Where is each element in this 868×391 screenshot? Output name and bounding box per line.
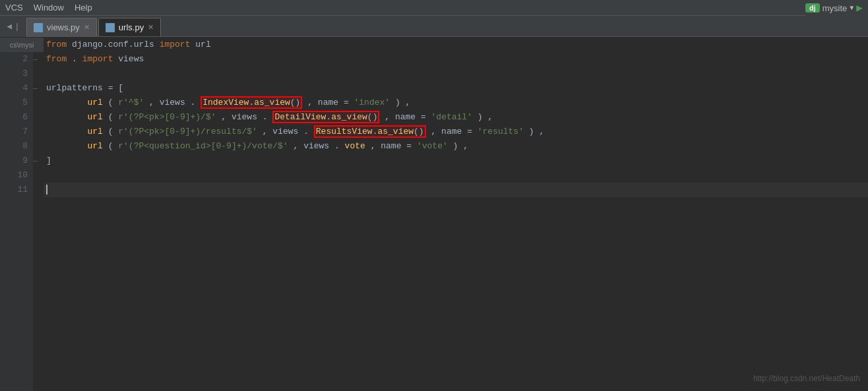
comma-7a: , bbox=[263, 127, 268, 136]
views-dot-8: views bbox=[303, 141, 329, 151]
dot-5: . bbox=[191, 98, 196, 107]
line-5: 5 bbox=[0, 96, 28, 110]
code-line-4: — urlpatterns = [ bbox=[44, 81, 868, 96]
code-line-7: url ( r'(?P<pk>[0-9]+)/results/$' , view… bbox=[44, 125, 868, 139]
run-button[interactable]: ▶ bbox=[856, 1, 863, 15]
line-7: 7 bbox=[0, 125, 28, 139]
tab-urls-label: urls.py bbox=[119, 22, 144, 32]
breadcrumb-path: cs\mysi bbox=[0, 38, 44, 52]
dot-8: . bbox=[334, 141, 340, 151]
code-line-11 bbox=[44, 183, 868, 197]
code-line-10 bbox=[44, 168, 868, 183]
kw-import-1: import bbox=[160, 40, 191, 49]
line-3: 3 bbox=[0, 67, 28, 81]
import-url: url bbox=[195, 40, 210, 49]
urls-file-icon bbox=[106, 23, 115, 32]
views-dot-5: views bbox=[160, 98, 185, 107]
dot-6: . bbox=[263, 112, 268, 122]
code-line-5: url ( r'^$' , views . IndexView.as_view(… bbox=[44, 96, 868, 110]
detailview-class: DetailView bbox=[274, 112, 326, 122]
code-content[interactable]: — from django.conf.urls import url — fro… bbox=[44, 38, 868, 391]
project-name: mysite bbox=[822, 3, 848, 13]
menu-vcs[interactable]: VCS bbox=[5, 3, 23, 13]
str-detail: 'detail' bbox=[431, 112, 472, 122]
back-button[interactable]: ◀ bbox=[7, 21, 12, 32]
comma-6c: , bbox=[487, 112, 493, 122]
open-bracket: [ bbox=[118, 83, 123, 93]
tab-urls-close[interactable]: ✕ bbox=[148, 23, 154, 32]
module-dot: . bbox=[72, 54, 82, 64]
url-func-5: url bbox=[87, 98, 102, 107]
urlpatterns-var: urlpatterns bbox=[46, 83, 103, 93]
eq-6: = bbox=[421, 112, 426, 122]
as-view-7: as_view bbox=[377, 127, 414, 136]
indexview-class: IndexView bbox=[202, 98, 249, 107]
as-view-5: as_view bbox=[254, 98, 290, 107]
comma-6a: , bbox=[221, 112, 226, 122]
fold-9[interactable]: — bbox=[33, 154, 38, 168]
import-views: views bbox=[118, 54, 144, 64]
code-line-8: url ( r'(?P<question_id>[0-9]+)/vote/$' … bbox=[44, 139, 868, 154]
code-editor[interactable]: 1 2 3 4 5 6 7 8 9 10 11 — from django.co… bbox=[0, 38, 868, 391]
url-func-6: url bbox=[87, 112, 102, 122]
regex-8: r'(?P<question_id>[0-9]+)/vote/$' bbox=[118, 141, 288, 151]
eq-8: = bbox=[406, 141, 412, 151]
regex-7: r'(?P<pk>[0-9]+)/results/$' bbox=[118, 127, 257, 136]
equals-1: = bbox=[108, 83, 113, 93]
close-paren-7: ) bbox=[529, 127, 534, 136]
separator: | bbox=[15, 22, 20, 32]
line-6: 6 bbox=[0, 110, 28, 125]
project-dropdown-icon[interactable]: ▼ bbox=[850, 5, 853, 12]
tab-urls[interactable]: urls.py ✕ bbox=[98, 18, 161, 36]
comma-5a: , bbox=[149, 98, 154, 107]
tab-views-close[interactable]: ✕ bbox=[84, 23, 90, 32]
top-right-area: dj mysite ▼ ▶ bbox=[805, 0, 868, 16]
dot-7: . bbox=[303, 127, 309, 136]
kw-from-1: from bbox=[46, 40, 67, 49]
param-name-8: name bbox=[381, 141, 401, 151]
paren-7a: ( bbox=[108, 127, 113, 136]
comma-8b: , bbox=[371, 141, 376, 151]
kw-import-2: import bbox=[82, 54, 113, 64]
close-bracket: ] bbox=[46, 156, 51, 165]
url-func-7: url bbox=[87, 127, 102, 136]
highlight-detailview: DetailView.as_view() bbox=[272, 111, 379, 123]
line-10: 10 bbox=[0, 168, 28, 183]
menu-help[interactable]: Help bbox=[75, 3, 92, 13]
resultsview-class: ResultsView bbox=[316, 127, 373, 136]
views-dot-7: views bbox=[272, 127, 298, 136]
highlight-resultsview: ResultsView.as_view() bbox=[314, 125, 426, 138]
line-4: 4 bbox=[0, 81, 28, 96]
vote-func: vote bbox=[345, 141, 365, 151]
paren-8a: ( bbox=[108, 141, 113, 151]
menu-window[interactable]: Window bbox=[34, 3, 64, 13]
comma-5b: , bbox=[307, 98, 313, 107]
comma-5c: , bbox=[406, 98, 411, 107]
param-name-7: name bbox=[441, 127, 462, 136]
comma-8a: , bbox=[294, 141, 299, 151]
module-1: django.conf.urls bbox=[72, 40, 160, 49]
code-line-3 bbox=[44, 67, 868, 81]
comma-6b: , bbox=[385, 112, 390, 122]
line-number-gutter: 1 2 3 4 5 6 7 8 9 10 11 bbox=[0, 38, 33, 391]
eq-5: = bbox=[344, 98, 349, 107]
comma-8c: , bbox=[463, 141, 468, 151]
line-2: 2 bbox=[0, 52, 28, 67]
close-paren-6: ) bbox=[478, 112, 483, 122]
comma-7c: , bbox=[539, 127, 544, 136]
param-name-5: name bbox=[318, 98, 338, 107]
fold-4[interactable]: — bbox=[33, 81, 38, 96]
param-name-6: name bbox=[395, 112, 416, 122]
dj-badge: dj bbox=[805, 3, 820, 13]
close-paren-5: ) bbox=[395, 98, 400, 107]
line-11: 11 bbox=[0, 183, 28, 197]
regex-5: r'^$' bbox=[118, 98, 144, 107]
menu-bar: VCS Window Help bbox=[0, 0, 868, 16]
code-line-9: — ] bbox=[44, 154, 868, 168]
watermark-text: http://blog.csdn.net/HeatDeath bbox=[753, 374, 860, 383]
paren-5a: ( bbox=[108, 98, 113, 107]
line-9: 9 bbox=[0, 154, 28, 168]
tab-views[interactable]: views.py ✕ bbox=[26, 18, 97, 36]
fold-2[interactable]: — bbox=[33, 52, 38, 67]
paren-6a: ( bbox=[108, 112, 113, 122]
